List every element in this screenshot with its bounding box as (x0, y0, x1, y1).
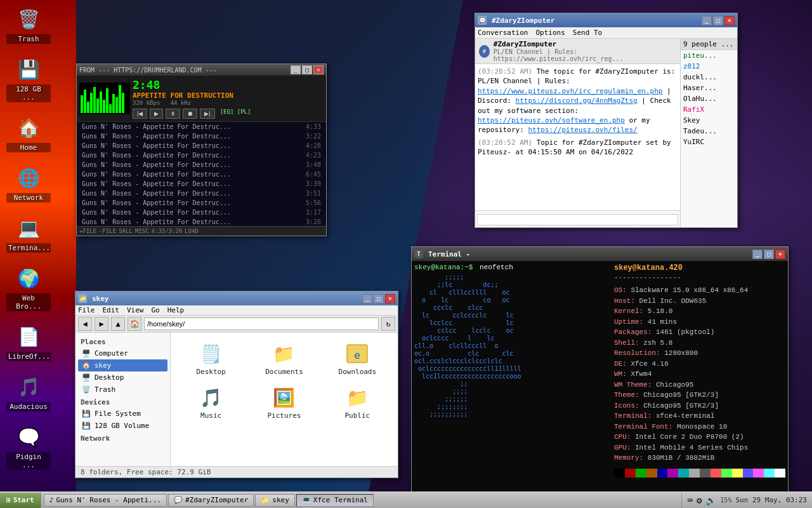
taskbar-item-irc[interactable]: 💬 #ZdaryZIomputer (168, 494, 254, 507)
home-label: Home (6, 143, 51, 152)
playlist-item-2[interactable]: Guns N' Roses - Appetite For Destruc...4… (77, 141, 326, 150)
music-play-btn[interactable]: ▶ (150, 109, 163, 119)
desktop-icon-trash[interactable]: 🗑️ Trash (6, 6, 51, 44)
fm-forward-btn[interactable]: ▶ (95, 317, 108, 331)
fm-menu-edit[interactable]: Edit (103, 306, 120, 314)
term-minimize-btn[interactable]: _ (752, 250, 763, 259)
term-maximize-btn[interactable]: □ (764, 250, 774, 259)
fm-file-desktop[interactable]: 🗒️ Desktop (176, 338, 246, 379)
disk-label: 128 GB ... (6, 84, 51, 102)
irc-user-z812[interactable]: z812 (681, 61, 737, 72)
fm-minimize-btn[interactable]: _ (362, 294, 372, 304)
irc-link-files[interactable]: https://piteusz.ovh/files/ (528, 126, 637, 134)
music-stop-btn[interactable]: ⏹ (183, 109, 197, 119)
start-icon: ⊞ (6, 496, 11, 504)
fm-file-documents[interactable]: 📁 Documents (249, 338, 319, 379)
irc-menu-conversation[interactable]: Conversation (478, 29, 528, 37)
irc-close-btn[interactable]: × (724, 16, 735, 25)
fm-place-computer[interactable]: 🖥️ Computer (78, 347, 167, 359)
fm-place-trash[interactable]: 🗑️ Trash (78, 384, 167, 396)
taskbar-item-fm[interactable]: 📁 skey (255, 494, 295, 507)
irc-menu-sendto[interactable]: Send To (573, 29, 602, 37)
term-body[interactable]: skey@katana:~$ neofetch ;;;;; ;;lc dc;; … (412, 261, 788, 501)
playlist-item-1[interactable]: Guns N' Roses - Appetite For Destruc...3… (77, 131, 326, 141)
irc-user-haser[interactable]: Haser... (681, 83, 737, 93)
music-pause-btn[interactable]: ⏸ (166, 109, 180, 119)
irc-menu-options[interactable]: Options (535, 29, 565, 37)
keyboard-icon[interactable]: ⌨ (687, 495, 692, 505)
term-close-btn[interactable]: × (775, 250, 785, 259)
fm-home-btn[interactable]: 🏠 (128, 317, 141, 331)
color-swatch-11 (732, 469, 743, 478)
fm-device-filesystem[interactable]: 💾 File System (78, 408, 167, 420)
playlist-item-7[interactable]: Guns N' Roses - Appetite For Destruc...3… (77, 189, 326, 198)
desktop-icon-home[interactable]: 🏠 Home (6, 115, 51, 152)
info-memory: Memory: 830MiB / 3882MiB (614, 453, 785, 464)
irc-link-software[interactable]: https://piteusz.ovh/software_en.php (478, 116, 625, 124)
neofetch-separator: ---------------- (614, 274, 785, 281)
irc-user-duckl[interactable]: duckl... (681, 72, 737, 83)
music-next-btn[interactable]: ▶| (200, 109, 214, 119)
music-toolbar-file2[interactable]: -FILE (99, 228, 116, 234)
desktop-icon-pidgin[interactable]: 🗨️ Pidgin ... (6, 424, 51, 470)
fm-file-pictures[interactable]: 🖼️ Pictures (249, 382, 319, 423)
music-toolbar-load[interactable]: LOAD (185, 228, 199, 234)
irc-user-piteu[interactable]: piteu... (681, 50, 737, 61)
fm-close-btn[interactable]: × (385, 294, 395, 304)
fm-menu-view[interactable]: View (127, 306, 144, 314)
audio-icon[interactable]: 🔊 (705, 495, 716, 505)
irc-message-input[interactable] (477, 214, 678, 225)
fm-location-bar[interactable]: /home/skey/ (144, 318, 379, 330)
desktop-icon-network[interactable]: 🌐 Network (6, 165, 51, 203)
network-tray-icon[interactable]: ⚙ (697, 495, 702, 505)
irc-user-yuirc[interactable]: YuIRC (681, 137, 737, 147)
playlist-item-0[interactable]: Guns N' Roses - Appetite For Destruc...4… (77, 122, 326, 131)
fm-place-skey[interactable]: 🏠 skey (78, 359, 167, 371)
fm-maximize-btn[interactable]: □ (374, 294, 384, 304)
desktop-icon-disk[interactable]: 💾 128 GB ... (6, 57, 51, 102)
irc-link-discord[interactable]: https://discord.gg/4nnMagZtsg (516, 97, 638, 105)
taskbar-item-music[interactable]: ♪ Guns N' Roses - Appeti... (44, 494, 167, 507)
fm-up-btn[interactable]: ▲ (111, 317, 125, 331)
playlist-item-10[interactable]: Guns N' Roses - Appetite For Destruc...3… (77, 217, 326, 226)
irc-user-olahu[interactable]: OlaHu... (681, 93, 737, 104)
music-prev-btn[interactable]: |◀ (133, 109, 147, 119)
fm-device-128gb[interactable]: 💾 128 GB Volume (78, 420, 167, 432)
irc-user-rafix[interactable]: RafiX (681, 104, 737, 115)
music-toolbar-misc[interactable]: MISC (135, 228, 149, 234)
music-close-btn[interactable]: × (313, 65, 324, 74)
irc-maximize-btn[interactable]: □ (713, 16, 723, 25)
playlist-item-5[interactable]: Guns N' Roses - Appetite For Destruc...6… (77, 170, 326, 179)
fm-reload-btn[interactable]: ↻ (381, 317, 395, 331)
fm-menu-go[interactable]: Go (152, 306, 160, 314)
irc-user-skey[interactable]: Skey (681, 115, 737, 126)
taskbar-item-terminal[interactable]: 💻 Xfce Terminal (296, 494, 374, 507)
playlist-item-4[interactable]: Guns N' Roses - Appetite For Destruc...3… (77, 160, 326, 170)
music-toolbar-file1[interactable]: +FILE (79, 228, 96, 234)
music-playlist[interactable]: Guns N' Roses - Appetite For Destruc...4… (77, 121, 326, 226)
fm-place-desktop[interactable]: 🖥️ Desktop (78, 371, 167, 384)
irc-user-tadeu[interactable]: Tadeu... (681, 126, 737, 137)
music-maximize-btn[interactable]: □ (302, 65, 312, 74)
desktop-icon-terminal[interactable]: 💻 Termina... (6, 215, 51, 253)
taskbar-start-button[interactable]: ⊞ Start (0, 493, 41, 508)
fm-menu-file[interactable]: File (78, 306, 95, 314)
fm-back-btn[interactable]: ◀ (78, 317, 92, 331)
music-toolbar-sall[interactable]: SALL (119, 228, 133, 234)
fm-file-music[interactable]: 🎵 Music (176, 382, 246, 423)
irc-link-rules[interactable]: https://www.piteusz.ovh/irc_regulamin_en… (478, 87, 662, 95)
fm-file-public[interactable]: 📁 Public (322, 382, 393, 423)
fm-menu-help[interactable]: Help (167, 306, 185, 314)
playlist-item-8[interactable]: Guns N' Roses - Appetite For Destruc...5… (77, 198, 326, 208)
playlist-item-6[interactable]: Guns N' Roses - Appetite For Destruc...3… (77, 179, 326, 189)
playlist-item-9[interactable]: Guns N' Roses - Appetite For Destruc...3… (77, 208, 326, 217)
desktop-icon-browser[interactable]: 🌍 Web Bro... (6, 265, 51, 311)
irc-messages[interactable]: (03:20:52 AM) The topic for #ZdaryZIompu… (475, 64, 680, 210)
music-minimize-btn[interactable]: _ (291, 65, 301, 74)
irc-minimize-btn[interactable]: _ (702, 16, 712, 25)
desktop-icon-libreoffice[interactable]: 📄 LibreOf... (6, 324, 51, 361)
fm-file-downloads[interactable]: e Downloads (322, 338, 393, 379)
playlist-item-3[interactable]: Guns N' Roses - Appetite For Destruc...4… (77, 150, 326, 160)
terminal-window: T Terminal - _ □ × skey@katana:~$ neofet… (411, 246, 789, 502)
desktop-icon-audacious[interactable]: 🎵 Audacious (6, 374, 51, 411)
